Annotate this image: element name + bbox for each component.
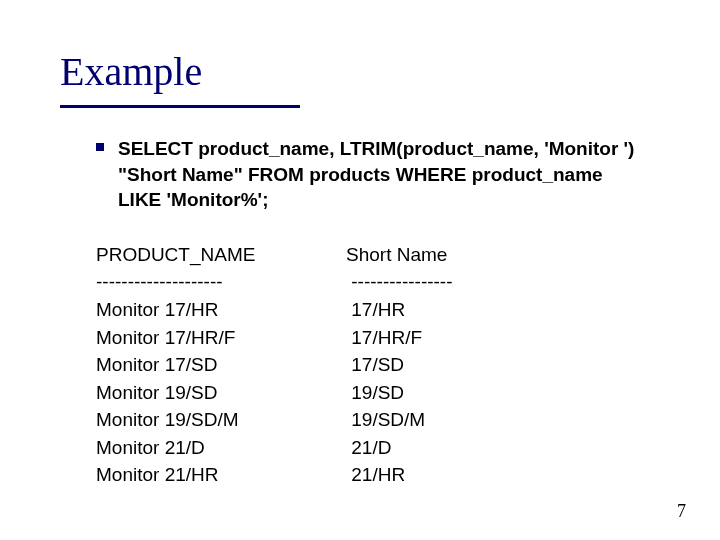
table-cell: 17/HR/F [346,324,422,352]
bullet-item: SELECT product_name, LTRIM(product_name,… [96,136,640,213]
table-divider-col1: -------------------- [96,268,346,296]
table-cell: 17/HR [346,296,405,324]
table-header-row: PRODUCT_NAME Short Name [96,241,660,269]
table-cell: 21/D [346,434,391,462]
table-row: Monitor 21/D 21/D [96,434,660,462]
title-underline [60,105,300,108]
table-cell: Monitor 17/HR [96,296,346,324]
table-divider-row: -------------------- ---------------- [96,268,660,296]
table-cell: 19/SD/M [346,406,425,434]
result-table: PRODUCT_NAME Short Name ----------------… [96,241,660,489]
table-cell: Monitor 19/SD [96,379,346,407]
table-row: Monitor 21/HR 21/HR [96,461,660,489]
slide-body: SELECT product_name, LTRIM(product_name,… [60,136,660,489]
table-cell: 19/SD [346,379,404,407]
square-bullet-icon [96,143,104,151]
table-header-col2: Short Name [346,241,447,269]
table-row: Monitor 17/HR 17/HR [96,296,660,324]
table-cell: 21/HR [346,461,405,489]
page-number: 7 [677,501,686,522]
table-cell: Monitor 21/D [96,434,346,462]
table-cell: Monitor 21/HR [96,461,346,489]
table-row: Monitor 17/HR/F 17/HR/F [96,324,660,352]
table-row: Monitor 17/SD 17/SD [96,351,660,379]
table-cell: Monitor 19/SD/M [96,406,346,434]
table-cell: Monitor 17/HR/F [96,324,346,352]
table-divider-col2: ---------------- [346,268,453,296]
slide-title: Example [60,48,660,95]
table-row: Monitor 19/SD 19/SD [96,379,660,407]
slide: Example SELECT product_name, LTRIM(produ… [0,0,720,540]
table-cell: Monitor 17/SD [96,351,346,379]
table-header-col1: PRODUCT_NAME [96,241,346,269]
table-cell: 17/SD [346,351,404,379]
bullet-text: SELECT product_name, LTRIM(product_name,… [118,136,640,213]
table-row: Monitor 19/SD/M 19/SD/M [96,406,660,434]
